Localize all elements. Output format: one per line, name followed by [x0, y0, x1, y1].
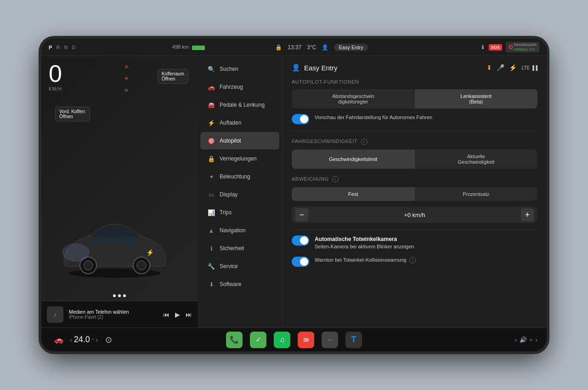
fest-btn[interactable]: Fest [292, 187, 415, 201]
warning-icon: ❄ [122, 74, 131, 83]
sos-button[interactable]: SOS [489, 44, 502, 51]
calendar-app-btn[interactable]: 30 [298, 332, 314, 348]
fahrdarstellung-toggle-row: Vorschau der Fahrdarstellung für Autonom… [292, 114, 537, 124]
taskbar-left: 🚗 ‹ 24.0 ° › ⊙ [51, 332, 142, 348]
nav-item-beleuchtung[interactable]: ✦ Beleuchtung [200, 168, 279, 185]
security-icon: ℹ [208, 245, 215, 252]
fahrdarstellung-label: Vorschau der Fahrdarstellung für Autonom… [315, 114, 432, 121]
warning-toggle-row: Warnton bei Totwinkel-Kollisionswarnung … [292, 257, 537, 267]
status-center: 🔒 13:37 3°C 👤 Easy Entry [205, 44, 438, 51]
temp-increase-btn[interactable]: › [96, 336, 98, 344]
nav-item-suchen[interactable]: 🔍 Suchen [200, 60, 279, 78]
nav-icon: ▲ [208, 227, 215, 234]
offset-increase-btn[interactable]: + [521, 208, 534, 221]
trunk-front-label[interactable]: Vord. Kofferr. Öffnen [55, 107, 90, 121]
camera-toggle[interactable] [292, 235, 309, 246]
dot-3 [123, 294, 126, 297]
phone-app-btn[interactable]: 📞 [226, 332, 243, 348]
autopilot-section-title: Autopilot-Funktionen [292, 79, 537, 85]
battery-bar [192, 46, 205, 50]
svg-point-4 [137, 261, 146, 270]
vol-next-btn[interactable]: › [535, 336, 537, 344]
warning-info-icon[interactable]: i [409, 257, 416, 264]
settings-panel: 👤 Easy Entry ⬇ 🎤 ⚡ LTE ▐▐ Autopilot-Funk… [283, 56, 547, 327]
temp-decrease-btn[interactable]: ‹ [70, 336, 72, 344]
spotify-app-btn[interactable]: ♫ [274, 332, 290, 348]
offset-decrease-btn[interactable]: − [295, 208, 308, 221]
mic-icon: 🎤 [497, 64, 504, 71]
speed-btn-group: Geschwindigkeitslimit AktuelleGeschwindi… [292, 149, 537, 169]
lte-signal-icon: LTE ▐▐ [521, 65, 537, 70]
volume-control: 🔊 × [520, 336, 532, 343]
trips-icon: 📊 [208, 209, 215, 216]
autopilot-icon: 🎯 [208, 137, 215, 144]
airbag-badge: ⭕ PASSENGERAIRBAG ON [506, 42, 539, 52]
camera-toggle-row: Automatische Totwinkelkamera Seiten-Kame… [292, 235, 537, 250]
nav-item-fahrzeug[interactable]: 🚗 Fahrzeug [200, 78, 279, 96]
profile-icon: 👤 [322, 44, 328, 51]
warning-toggle[interactable] [292, 257, 309, 267]
trunk-rear-label[interactable]: Kofferraum Öffnen [158, 69, 188, 84]
search-icon: 🔍 [208, 65, 215, 73]
abweichung-info-icon[interactable]: i [332, 176, 339, 183]
light-icon: ✦ [208, 173, 215, 180]
nav-item-aufladen[interactable]: ⚡ Aufladen [200, 114, 279, 132]
nav-item-trips[interactable]: 📊 Trips [200, 204, 279, 221]
nav-item-verriegelungen[interactable]: 🔒 Verriegelungen [200, 150, 279, 167]
music-icon: ♪ [47, 306, 63, 323]
abweichung-section-title: Abweichung i [292, 176, 537, 183]
gear-p[interactable]: P [49, 45, 53, 50]
svg-point-6 [62, 243, 90, 262]
main-content: 0 KM/H ⚠ ❄ ⟳ Kofferraum Öffnen Vord. Kof… [41, 56, 547, 327]
car-image: ⚡ [55, 211, 175, 280]
music-controls: ⏮ ▶ ⏭ [163, 311, 192, 318]
check-app-btn[interactable]: ✓ [250, 332, 266, 348]
warning-label: Warnton bei Totwinkel-Kollisionswarnung … [315, 257, 416, 264]
download-icon: ⬇ [481, 44, 485, 51]
steering-wheel-icon[interactable]: ⊙ [101, 332, 117, 348]
more-app-btn[interactable]: ··· [322, 332, 338, 348]
temp-value: 24.0 [74, 335, 90, 344]
taskbar-right: ‹ 🔊 × › [446, 336, 537, 344]
geschwindigkeitslimit-btn[interactable]: Geschwindigkeitslimit [292, 149, 415, 169]
tesla-app-btn[interactable]: T [345, 332, 362, 348]
play-button[interactable]: ▶ [175, 311, 180, 318]
nav-item-software[interactable]: ⬇ Software [200, 275, 279, 293]
gear-indicator: P R N D [49, 45, 77, 50]
music-bar: ♪ Medien am Telefon wählen iPhone-Pavel … [41, 301, 198, 327]
taskbar: 🚗 ‹ 24.0 ° › ⊙ 📞 ✓ ♫ 30 ··· T ‹ 🔊 × › [41, 327, 547, 351]
dot-2 [118, 294, 121, 297]
speed-unit: KM/H [49, 86, 62, 92]
vol-icon[interactable]: 🔊 [520, 336, 527, 343]
nav-item-display[interactable]: ▭ Display [200, 186, 279, 203]
speed-offset-control: − +0 km/h + [292, 206, 537, 223]
left-panel: 0 KM/H ⚠ ❄ ⟳ Kofferraum Öffnen Vord. Kof… [41, 56, 198, 327]
autopilot-btn-group: Abstandsgeschwindigkeitsregler Lenkassis… [292, 89, 537, 109]
temp-display-header: 3°C [307, 44, 316, 51]
nav-item-sicherheit[interactable]: ℹ Sicherheit [200, 240, 279, 257]
abweichung-btn-group: Fest Prozentsatz [292, 187, 537, 201]
prev-button[interactable]: ⏮ [163, 311, 170, 318]
nav-item-pedale[interactable]: 🚘 Pedale & Lenkung [200, 96, 279, 114]
abstand-btn[interactable]: Abstandsgeschwindigkeitsregler [292, 89, 415, 109]
prozentsatz-btn[interactable]: Prozentsatz [415, 187, 538, 201]
temp-unit: ° [92, 337, 94, 343]
nav-item-autopilot[interactable]: 🎯 Autopilot [200, 132, 279, 149]
lock-icon: 🔒 [208, 155, 215, 162]
lenkassistent-btn[interactable]: Lenkassistent(Beta) [415, 89, 538, 109]
aktuelle-btn[interactable]: AktuelleGeschwindigkeit [415, 149, 538, 169]
airbag-icon: ⭕ [509, 45, 513, 49]
speed-info-icon[interactable]: i [361, 138, 368, 145]
vol-prev-btn[interactable]: ‹ [514, 336, 517, 344]
charge-icon: ⚡ [208, 119, 215, 126]
nav-item-service[interactable]: 🔧 Service [200, 258, 279, 275]
next-button[interactable]: ⏭ [186, 311, 192, 318]
nav-item-navigation[interactable]: ▲ Navigation [200, 222, 279, 239]
divider-2 [292, 229, 537, 230]
bt-icon: ⚡ [509, 64, 517, 71]
fahrdarstellung-toggle[interactable] [292, 114, 309, 124]
range-info: 498 km [172, 44, 205, 50]
car-area: 0 KM/H ⚠ ❄ ⟳ Kofferraum Öffnen Vord. Kof… [41, 56, 198, 301]
easy-entry-badge[interactable]: Easy Entry [334, 44, 368, 51]
taskbar-car-icon[interactable]: 🚗 [51, 332, 67, 348]
